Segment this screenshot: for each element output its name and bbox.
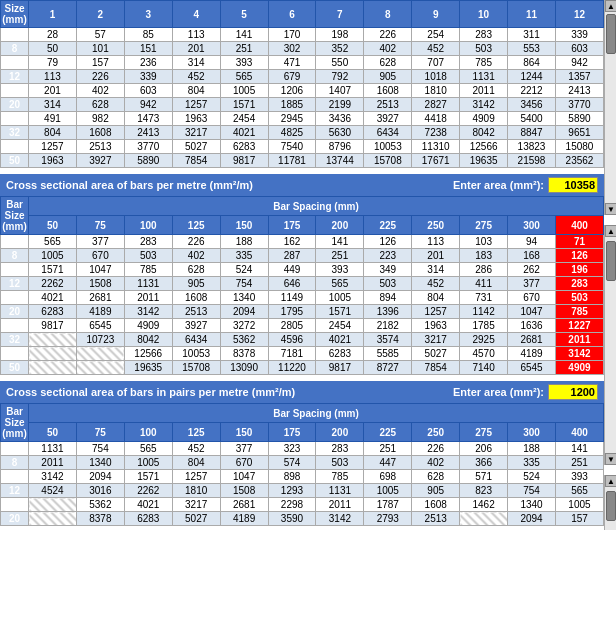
mid-col-100: 100	[124, 216, 172, 235]
bar-size-cell: 40	[1, 140, 29, 154]
data-cell: 565	[555, 484, 603, 498]
data-cell: 785	[555, 305, 603, 319]
middle-enter-area-input[interactable]	[548, 177, 598, 193]
data-cell: 5027	[172, 512, 220, 526]
mid-scroll-up[interactable]: ▲	[605, 225, 616, 237]
bot-col-150: 150	[220, 423, 268, 442]
middle-table-wrapper: BarSize(mm) Bar Spacing (mm) 50 75 100 1…	[0, 196, 604, 375]
data-cell: 1340	[76, 456, 124, 470]
data-cell: 982	[76, 112, 124, 126]
data-cell: 393	[316, 263, 364, 277]
table-row: 2598176545490939273272280524542182196317…	[1, 319, 604, 333]
data-cell: 377	[220, 442, 268, 456]
data-cell: 1047	[508, 305, 556, 319]
table-row: 4012566100538378718162835585502745704189…	[1, 347, 604, 361]
data-cell: 4825	[268, 126, 316, 140]
table-row: 1620140260380410051206140716081810201122…	[1, 84, 604, 98]
data-cell: 1257	[29, 140, 77, 154]
bot-col-250: 250	[412, 423, 460, 442]
top-section: Size(mm) 1 2 3 4 5 6 7 8 9 10 11	[0, 0, 604, 168]
data-cell: 1473	[124, 112, 172, 126]
data-cell: 5362	[76, 498, 124, 512]
data-cell: 804	[29, 126, 77, 140]
data-cell: 5585	[364, 347, 412, 361]
data-cell: 28	[29, 28, 77, 42]
mid-scroll-thumb[interactable]	[606, 241, 616, 281]
data-cell: 13744	[316, 154, 364, 168]
table-row: 5019635157081309011220981787277854714065…	[1, 361, 604, 375]
bar-size-cell: 50	[1, 361, 29, 375]
data-cell	[76, 347, 124, 361]
data-cell: 3927	[364, 112, 412, 126]
data-cell: 7238	[412, 126, 460, 140]
data-cell: 5400	[508, 112, 556, 126]
data-cell: 707	[412, 56, 460, 70]
data-cell: 1810	[172, 484, 220, 498]
mid-scrollbar[interactable]: ▲ ▼	[604, 225, 616, 465]
data-cell: 3142	[124, 305, 172, 319]
bar-size-cell: 6	[1, 235, 29, 249]
data-cell: 9817	[29, 319, 77, 333]
table-row: 8201113401005804670574503447402366335251	[1, 456, 604, 470]
data-cell: 3927	[76, 154, 124, 168]
mid-scroll-down[interactable]: ▼	[605, 453, 616, 465]
data-cell: 565	[316, 277, 364, 291]
bot-col-400: 400	[555, 423, 603, 442]
top-scroll-thumb[interactable]	[606, 14, 616, 54]
top-col-12: 12	[555, 1, 603, 28]
top-table-wrapper: Size(mm) 1 2 3 4 5 6 7 8 9 10 11	[0, 0, 604, 168]
data-cell: 4189	[220, 512, 268, 526]
data-cell: 565	[124, 442, 172, 456]
bot-scroll-thumb[interactable]	[606, 491, 616, 521]
data-cell: 339	[124, 70, 172, 84]
data-cell: 1244	[508, 70, 556, 84]
data-cell: 4418	[412, 112, 460, 126]
mid-col-50: 50	[29, 216, 77, 235]
data-cell: 6283	[316, 347, 364, 361]
data-cell: 1257	[412, 305, 460, 319]
bot-col-200: 200	[316, 423, 364, 442]
mid-col-300: 300	[508, 216, 556, 235]
data-cell: 1005	[124, 456, 172, 470]
data-cell: 1131	[460, 70, 508, 84]
data-cell: 393	[220, 56, 268, 70]
data-cell: 402	[76, 84, 124, 98]
data-cell: 6283	[29, 305, 77, 319]
data-cell: 11310	[412, 140, 460, 154]
bot-scroll-up[interactable]: ▲	[605, 475, 616, 487]
data-cell: 2011	[555, 333, 603, 347]
data-cell: 2793	[364, 512, 412, 526]
data-cell: 366	[460, 456, 508, 470]
bottom-section-title: Cross sectional area of bars in pairs pe…	[6, 386, 295, 398]
bot-scrollbar[interactable]: ▲ ▼	[604, 475, 616, 530]
bar-size-cell: 12	[1, 277, 29, 291]
data-cell: 679	[268, 70, 316, 84]
data-cell: 574	[268, 456, 316, 470]
data-cell: 11781	[268, 154, 316, 168]
data-cell: 2182	[364, 319, 412, 333]
table-row: 1245243016226218101508129311311005905823…	[1, 484, 604, 498]
data-cell: 12566	[460, 140, 508, 154]
data-cell: 302	[268, 42, 316, 56]
bar-size-cell: 8	[1, 249, 29, 263]
data-cell	[29, 347, 77, 361]
top-scroll-down[interactable]: ▼	[605, 203, 616, 215]
data-cell: 1257	[172, 470, 220, 484]
data-cell: 628	[364, 56, 412, 70]
top-scroll-up[interactable]: ▲	[605, 0, 616, 12]
table-row: 1640212681201116081340114910058948047316…	[1, 291, 604, 305]
data-cell: 1785	[460, 319, 508, 333]
mid-col-125: 125	[172, 216, 220, 235]
mid-col-200: 200	[316, 216, 364, 235]
bar-size-cell: 12	[1, 70, 29, 84]
bottom-table-body: 6113175456545237732328325122620618814182…	[1, 442, 604, 526]
table-row: 81005670503402335287251223201183168126	[1, 249, 604, 263]
bar-size-cell: 16	[1, 291, 29, 305]
top-scrollbar[interactable]: ▲ ▼	[604, 0, 616, 215]
data-cell: 19635	[124, 361, 172, 375]
data-cell: 1131	[124, 277, 172, 291]
bot-col-125: 125	[172, 423, 220, 442]
bottom-enter-area-input[interactable]	[548, 384, 598, 400]
data-cell: 565	[29, 235, 77, 249]
data-cell: 402	[172, 249, 220, 263]
